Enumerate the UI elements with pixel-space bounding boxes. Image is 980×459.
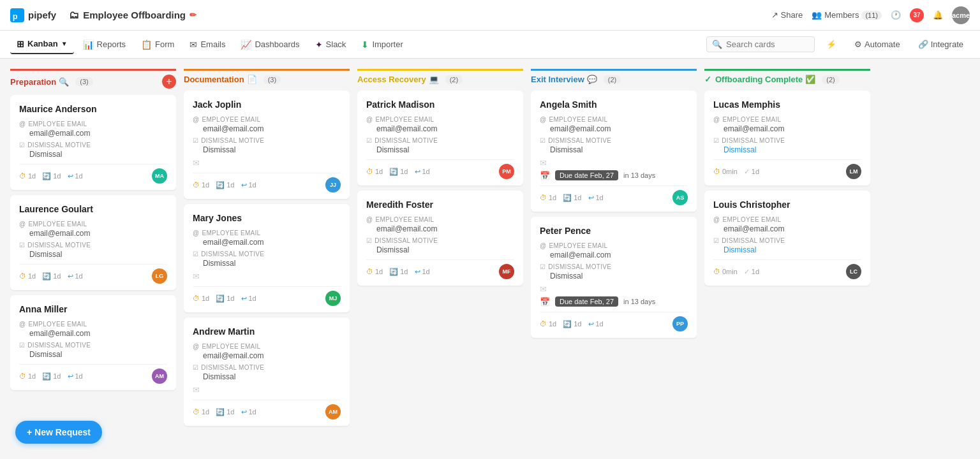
column-title-documentation: Documentation 📄 — [184, 75, 257, 84]
motive-value: Dismissal — [29, 250, 167, 259]
email-icon: @ — [193, 343, 199, 350]
card-item[interactable]: Jack Joplin @ EMPLOYEE EMAIL email@email… — [184, 91, 350, 199]
new-request-button[interactable]: + New Request — [15, 421, 102, 444]
clock-icon: ⏱ — [713, 268, 720, 275]
notifications-badge[interactable]: 37 — [910, 8, 924, 22]
search-cards-box[interactable]: 🔍 — [706, 36, 815, 52]
card-footer: ⏱ 1d 🔄 1d ↩ 1d PM — [366, 159, 514, 179]
footer-refresh-stat: 🔄 1d — [42, 272, 61, 280]
cycle-icon: 🔄 — [42, 372, 51, 381]
footer-time-stat: ⏱ 1d — [540, 320, 556, 328]
card-item[interactable]: Maurice Anderson @ EMPLOYEE EMAIL email@… — [10, 95, 176, 190]
card-footer: ⏱ 1d 🔄 1d ↩ 1d JJ — [193, 173, 341, 193]
motive-value: Dismissal — [203, 259, 341, 268]
column-count-exit: (2) — [604, 75, 621, 84]
slack-icon: ✦ — [315, 40, 323, 50]
add-card-button-preparation[interactable]: + — [162, 75, 176, 89]
footer-time-stat: ⏱ 1d — [193, 181, 209, 189]
card-item[interactable]: Andrew Martin @ EMPLOYEE EMAIL email@ema… — [184, 317, 350, 426]
slack-tab[interactable]: ✦ Slack — [309, 36, 353, 54]
loop-icon: ↩ — [415, 168, 420, 176]
message-icon: ✉ — [540, 284, 547, 294]
integrate-button[interactable]: 🔗 Integrate — [912, 36, 970, 52]
kanban-dropdown-icon: ▼ — [61, 40, 68, 47]
filter-button[interactable]: ⚡ — [820, 36, 843, 52]
footer-refresh-stat: 🔄 1d — [389, 168, 408, 176]
card-item[interactable]: Lucas Memphis @ EMPLOYEE EMAIL email@ema… — [704, 91, 870, 186]
card-item[interactable]: Patrick Madison @ EMPLOYEE EMAIL email@e… — [357, 91, 523, 186]
motive-value: Dismissal — [203, 145, 341, 154]
card-assignee-avatar: AS — [672, 190, 688, 205]
history-button[interactable]: 🕐 — [891, 10, 901, 20]
clock-icon: ⏱ — [366, 268, 373, 275]
importer-icon: ⬇ — [361, 40, 369, 50]
logo-text: pipefy — [28, 10, 56, 20]
checkbox-icon: ☑ — [19, 342, 25, 349]
motive-field: ☑ DISMISSAL MOTIVE Dismissal — [193, 251, 341, 268]
card-footer: ⏱ 0min ✓ 1d LM — [713, 159, 861, 179]
checkbox-icon: ☑ — [713, 237, 719, 244]
kanban-tab[interactable]: ⊞ Kanban ▼ — [10, 35, 74, 54]
dashboards-tab[interactable]: 📈 Dashboards — [234, 36, 306, 54]
members-button[interactable]: 👥 Members (11) — [812, 10, 882, 20]
footer-loop-stat: ↩ 1d — [415, 268, 430, 276]
card-footer: ⏱ 1d 🔄 1d ↩ 1d MJ — [193, 286, 341, 306]
card-item[interactable]: Anna Miller @ EMPLOYEE EMAIL email@email… — [10, 295, 176, 390]
email-field: @ EMPLOYEE EMAIL email@email.com — [540, 116, 688, 133]
bell-icon: 🔔 — [933, 10, 943, 20]
column-title-preparation: Preparation 🔍 — [10, 77, 69, 87]
footer-refresh-stat: 🔄 1d — [216, 181, 234, 189]
card-name: Jack Joplin — [193, 99, 341, 110]
form-icon: 📋 — [141, 40, 152, 50]
card-item[interactable]: Meredith Foster @ EMPLOYEE EMAIL email@e… — [357, 191, 523, 286]
card-assignee-avatar: MJ — [325, 291, 341, 306]
column-count-access: (2) — [445, 75, 463, 84]
motive-field: ☑ DISMISSAL MOTIVE Dismissal — [366, 237, 514, 254]
card-name: Laurence Goulart — [19, 204, 167, 214]
card-name: Maurice Anderson — [19, 104, 167, 114]
emails-tab[interactable]: ✉ Emails — [183, 36, 232, 54]
toolbar-right: 🔍 ⚡ ⚙ Automate 🔗 Integrate — [706, 36, 970, 52]
user-avatar[interactable]: acme — [952, 6, 970, 24]
due-date-badge: Due date Feb, 27 — [555, 296, 618, 307]
clock-icon: ⏱ — [713, 168, 720, 175]
footer-loop-stat: ↩ 1d — [68, 172, 83, 180]
importer-tab[interactable]: ⬇ Importer — [355, 36, 409, 54]
share-icon: ↗ — [771, 10, 778, 20]
footer-time-stat: ⏱ 0min — [713, 168, 738, 175]
card-item[interactable]: Louis Christopher @ EMPLOYEE EMAIL email… — [704, 191, 870, 286]
footer-check-stat: ✓ 1d — [744, 268, 759, 276]
svg-text:p: p — [13, 11, 18, 20]
email-icon: @ — [193, 229, 199, 237]
loop-icon: ↩ — [241, 181, 247, 189]
footer-loop-stat: ↩ 1d — [588, 194, 604, 202]
checkbox-icon: ☑ — [366, 237, 372, 244]
email-value: email@email.com — [203, 238, 341, 247]
logo[interactable]: p pipefy — [10, 8, 56, 22]
card-item[interactable]: Angela Smith @ EMPLOYEE EMAIL email@emai… — [531, 91, 697, 212]
card-item[interactable]: Laurence Goulart @ EMPLOYEE EMAIL email@… — [10, 195, 176, 290]
edit-board-icon[interactable]: ✏ — [189, 10, 197, 20]
card-assignee-avatar: AM — [152, 368, 167, 384]
automate-button[interactable]: ⚙ Automate — [848, 36, 907, 52]
column-header-offboarding: ✓Offboarding Complete ✅ (2) — [704, 69, 870, 91]
clock-icon: ⏱ — [19, 372, 26, 380]
message-icon: ✉ — [193, 385, 200, 395]
card-item[interactable]: Mary Jones @ EMPLOYEE EMAIL email@email.… — [184, 204, 350, 312]
clock-icon: ⏱ — [193, 295, 200, 302]
reports-tab[interactable]: 📊 Reports — [77, 36, 133, 54]
form-tab[interactable]: 📋 Form — [135, 36, 181, 54]
email-icon: @ — [366, 216, 373, 223]
card-item[interactable]: Peter Pence @ EMPLOYEE EMAIL email@email… — [531, 217, 697, 338]
share-button[interactable]: ↗ Share — [771, 10, 803, 20]
alerts-button[interactable]: 🔔 — [933, 10, 943, 20]
search-cards-input[interactable] — [726, 40, 809, 49]
column-access: Access Recovery 💻 (2) Patrick Madison @ … — [357, 69, 523, 459]
calendar-icon: 📅 — [540, 297, 550, 307]
cycle-icon: 🔄 — [42, 272, 51, 280]
loop-icon: ↩ — [68, 172, 73, 180]
card-name: Mary Jones — [193, 213, 341, 223]
email-field: @ EMPLOYEE EMAIL email@email.com — [540, 242, 688, 259]
cycle-icon: 🔄 — [216, 295, 225, 303]
email-value: email@email.com — [29, 229, 167, 238]
